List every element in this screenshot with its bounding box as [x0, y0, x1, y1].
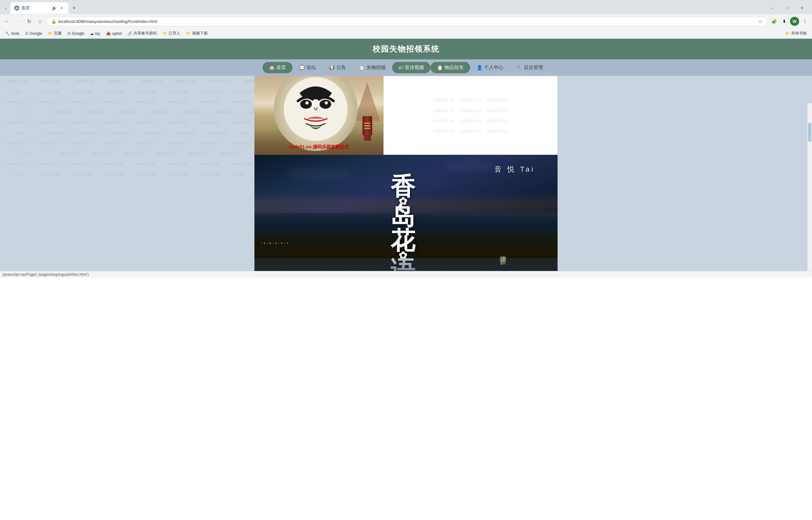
bookmark-label: txy	[95, 31, 100, 36]
nav-label: 个人中心	[484, 64, 504, 71]
video-folder-icon: 📁	[186, 31, 191, 36]
bookmark-uplod[interactable]: 📤 uplod	[104, 30, 124, 37]
uplod-icon: 📤	[106, 31, 111, 36]
maximize-icon: □	[786, 6, 788, 10]
nav-item-personal[interactable]: 👤 个人中心	[470, 62, 510, 73]
tab-title: 首页	[21, 5, 50, 11]
extensions-btn[interactable]: 🧩	[769, 17, 779, 26]
image-watermark: code51.cn-源码乐园盗图必究	[289, 144, 349, 150]
maximize-btn[interactable]: □	[780, 3, 794, 13]
home-icon: ⌂	[38, 18, 42, 24]
nav-item-admin[interactable]: 🔧 后台管理	[510, 62, 549, 73]
nav-label: 失物招领	[366, 64, 386, 71]
google-icon: G	[25, 31, 28, 36]
nav-label: 宣传视频	[405, 64, 424, 71]
bookmark-all[interactable]: 📁 所有书签	[783, 30, 809, 37]
bookmark-label: 所有书签	[791, 31, 807, 36]
promo-icon: 🏷	[399, 65, 403, 70]
menu-btn[interactable]: ⋮	[801, 17, 809, 26]
bookmark-google1[interactable]: G Google	[23, 30, 45, 37]
bookmark-google2[interactable]: G Google	[65, 30, 87, 37]
bookmark-baozang[interactable]: 📁 宝藏	[45, 30, 64, 37]
active-tab[interactable]: 🏠 首页 🔊 ✕	[10, 2, 69, 14]
site-header: 校园失物招领系统	[0, 39, 812, 59]
dots-icon: ⋮	[803, 19, 807, 24]
puzzle-icon: 🧩	[772, 19, 777, 24]
refresh-btn[interactable]: ↻	[25, 17, 33, 26]
video-card[interactable]: 音 悦 Tai 香 ✿ 岛 花 ✿ 语	[254, 155, 558, 271]
prev-tabs-btn[interactable]: ‹	[3, 5, 9, 11]
link-icon: 🔗	[127, 31, 132, 36]
announcement-icon: 📢	[329, 65, 335, 71]
all-bookmarks-folder-icon: 📁	[785, 31, 790, 36]
imported-folder-icon: 📁	[163, 31, 167, 36]
bookmark-shared-password[interactable]: 🔗 共享账号密码	[125, 30, 159, 37]
home-nav-icon: 🏠	[269, 65, 275, 71]
bookmark-label: Google	[30, 31, 42, 36]
video-top-right-text: 音 悦 Tai	[494, 164, 535, 174]
address-text: localhost:8080/xiaoyuansiwuzhaoling/fron…	[58, 19, 756, 24]
nav-menu: 🏠 首页 💬 论坛 📢 公告 📋 失物招领 🏷 宣传视频 📋 物品挂失	[0, 59, 812, 76]
profile-avatar[interactable]: W	[790, 17, 799, 26]
bookmark-label: tools	[11, 31, 19, 36]
forward-icon: →	[16, 18, 21, 24]
download-icon: ⬇	[782, 19, 786, 24]
download-btn[interactable]: ⬇	[780, 17, 789, 26]
nav-label: 公告	[336, 64, 346, 71]
svg-point-3	[305, 101, 308, 105]
profile-letter: W	[793, 19, 796, 24]
nav-item-home[interactable]: 🏠 首页	[263, 62, 293, 73]
site-title: 校园失物招领系统	[0, 44, 812, 54]
bookmark-label: uplod	[112, 31, 121, 36]
scrollbar-thumb[interactable]	[808, 123, 811, 142]
nav-label: 物品挂失	[444, 64, 464, 71]
tools-icon: 🔧	[5, 31, 10, 36]
video-main-text: 香 ✿ 岛 花 ✿ 语	[390, 174, 416, 271]
nav-item-forum[interactable]: 💬 论坛	[293, 62, 323, 73]
bookmark-txy[interactable]: ☁ txy	[87, 30, 103, 37]
lost-found-icon: 📋	[359, 65, 365, 71]
tab-mute-icon[interactable]: 🔊	[52, 6, 57, 10]
bookmark-label: Google	[72, 31, 84, 36]
refresh-icon: ↻	[27, 18, 31, 25]
bookmark-imported[interactable]: 📁 已导入	[160, 30, 183, 37]
nav-item-announcement[interactable]: 📢 公告	[323, 62, 352, 73]
admin-icon: 🔧	[516, 65, 522, 71]
bookmark-tools[interactable]: 🔧 tools	[3, 30, 22, 37]
nav-label: 论坛	[306, 64, 316, 71]
close-icon: ✕	[801, 6, 804, 10]
forward-btn[interactable]: →	[13, 17, 23, 26]
home-btn[interactable]: ⌂	[35, 17, 45, 26]
back-icon: ←	[4, 18, 10, 24]
lock-icon: 🔒	[51, 19, 56, 24]
folder-icon: 📁	[48, 31, 53, 36]
bookmark-label: 宝藏	[54, 31, 62, 36]
bookmark-label: 共享账号密码	[134, 31, 157, 36]
new-tab-btn[interactable]: +	[70, 4, 79, 12]
nav-item-lost-item[interactable]: 📋 物品挂失	[431, 62, 470, 73]
nav-item-lost-found[interactable]: 📋 失物招领	[352, 62, 392, 73]
txy-icon: ☁	[90, 31, 94, 36]
nav-label: 后台管理	[524, 64, 543, 71]
tab-close-icon[interactable]: ✕	[59, 5, 64, 11]
plus-icon: +	[73, 5, 76, 11]
forum-icon: 💬	[299, 65, 305, 71]
video-sub-text: 伊丽媛	[499, 251, 508, 255]
minimize-icon: ─	[771, 6, 774, 10]
bookmark-label: 已导入	[169, 31, 180, 36]
address-bar[interactable]: 🔒 localhost:8080/xiaoyuansiwuzhaoling/fr…	[47, 17, 767, 26]
nav-item-promo-video[interactable]: 🏷 宣传视频	[392, 62, 431, 73]
back-btn[interactable]: ←	[3, 17, 11, 26]
bookmark-label: 视频下载	[192, 31, 208, 36]
star-icon[interactable]: ☆	[758, 18, 763, 25]
right-info-panel: code51.cn code51.cn code51.cn code51.cn …	[383, 76, 558, 155]
lost-item-icon: 📋	[437, 65, 443, 71]
svg-point-4	[325, 101, 328, 105]
minimize-btn[interactable]: ─	[765, 3, 780, 13]
bookmark-video-download[interactable]: 📁 视频下载	[184, 30, 210, 37]
close-btn[interactable]: ✕	[794, 3, 809, 13]
chevron-left-icon: ‹	[5, 5, 7, 11]
nav-label: 首页	[276, 64, 286, 71]
tab-favicon: 🏠	[14, 5, 19, 11]
status-bar: javascript:navPage('./pages/wupinguashi/…	[0, 271, 812, 278]
